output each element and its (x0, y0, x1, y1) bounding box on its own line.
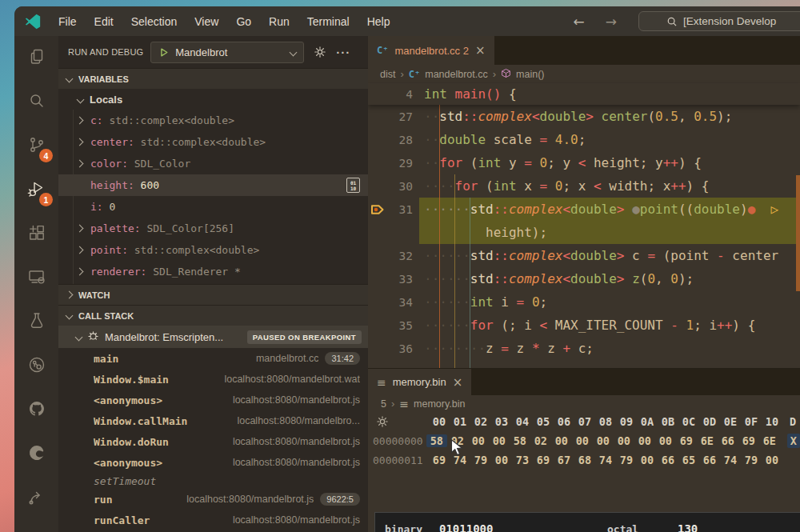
hex-byte[interactable]: 74 (720, 454, 741, 466)
code-line[interactable]: 33······std::complex<double> z(0, 0); (368, 267, 800, 290)
hex-byte[interactable]: 02 (447, 434, 468, 447)
hex-byte[interactable]: 00 (762, 454, 782, 466)
locals-scope-row[interactable]: Locals (58, 89, 368, 110)
hex-byte[interactable]: 00 (491, 454, 512, 466)
code-line[interactable]: 4int main() { (368, 83, 800, 105)
current-breakpoint-icon[interactable] (370, 203, 385, 214)
code-editor[interactable]: 27··std::complex<double> center(0.5, 0.5… (368, 105, 800, 368)
stack-frame[interactable]: runlocalhost:8080/mandelbrot.js9622:5 (58, 489, 368, 510)
code-line[interactable]: height); (368, 221, 800, 244)
hex-byte[interactable]: 69 (738, 434, 759, 447)
debug-session-row[interactable]: Mandelbrot: Emscripten... PAUSED ON BREA… (58, 326, 368, 348)
code-line[interactable]: 30····for (int x = 0; x < width; x++) { (368, 174, 800, 198)
hex-byte[interactable]: 66 (699, 454, 720, 466)
breadcrumb-file[interactable]: memory.bin (414, 398, 465, 410)
more-actions-button[interactable]: ··· (336, 46, 350, 59)
hex-byte[interactable]: 6E (759, 434, 780, 447)
hex-byte[interactable]: 67 (554, 454, 574, 466)
code-line[interactable]: 34······int i = 0; (368, 290, 800, 314)
stack-frame[interactable]: <anonymous>localhost:8080/mandelbrot.js (58, 452, 368, 473)
code-line[interactable]: 35······for (; i < MAX_ITER_COUNT - 1; i… (368, 314, 800, 337)
variable-row-c[interactable]: c: std::complex<double> (58, 110, 368, 131)
decoded-text[interactable] (790, 459, 796, 461)
hex-byte[interactable]: 79 (741, 454, 762, 466)
hex-byte[interactable]: 00 (614, 434, 634, 447)
back-button[interactable]: ← (563, 14, 595, 30)
variable-row-height[interactable]: height: 6000110 (58, 174, 368, 196)
stack-frame[interactable]: mainmandelbrot.cc31:42 (58, 348, 368, 369)
stack-frame[interactable]: Window.callMainlocalhost:8080/mandelbro.… (58, 410, 368, 431)
activity-testing[interactable] (14, 300, 58, 344)
code-line[interactable]: 31······std::complex<double> ●point((dou… (368, 198, 800, 221)
menu-help[interactable]: Help (358, 12, 399, 31)
hex-byte[interactable]: 66 (718, 434, 738, 447)
activity-run-and-debug[interactable]: 1 (14, 168, 58, 212)
sticky-scroll-line[interactable]: 4int main() { (368, 83, 800, 105)
code-line[interactable]: 27··std::complex<double> center(0.5, 0.5… (368, 105, 800, 128)
callstack-section-header[interactable]: CALL STACK (58, 305, 368, 326)
code-line[interactable]: 32······std::complex<double> c = (point … (368, 244, 800, 267)
hex-byte[interactable]: 74 (450, 454, 470, 466)
menu-view[interactable]: View (186, 12, 227, 31)
menu-selection[interactable]: Selection (122, 12, 186, 31)
close-icon[interactable]: × (475, 43, 486, 58)
hex-byte[interactable]: 00 (468, 434, 489, 447)
stack-frame[interactable]: runCallerlocalhost:8080/mandelbrot.js (58, 510, 368, 530)
activity-extensions[interactable] (14, 212, 58, 256)
hex-byte[interactable]: 69 (429, 454, 450, 466)
hex-byte[interactable]: 00 (489, 434, 510, 447)
editor-scrollbar[interactable] (796, 175, 800, 291)
hex-byte[interactable]: 69 (533, 454, 554, 466)
hex-byte[interactable]: 65 (678, 454, 699, 466)
activity-browser[interactable] (14, 432, 58, 476)
variable-row-point[interactable]: point: std::complex<double> (58, 239, 368, 261)
breadcrumb-folder[interactable]: dist (380, 69, 395, 80)
forward-button[interactable]: → (595, 14, 627, 30)
hex-byte[interactable]: 58 (426, 434, 447, 447)
close-icon[interactable]: × (453, 375, 463, 390)
hex-byte[interactable]: 58 (510, 434, 530, 447)
stack-frame[interactable]: setTimeout (58, 473, 368, 489)
menu-file[interactable]: File (50, 12, 86, 31)
hex-settings-button[interactable] (368, 415, 429, 428)
menu-go[interactable]: Go (227, 12, 260, 31)
code-line[interactable]: 28··double scale = 4.0; (368, 128, 800, 151)
menu-run[interactable]: Run (260, 12, 298, 31)
activity-structure[interactable] (14, 344, 58, 388)
tab-memory-bin[interactable]: ≡ memory.bin × (368, 369, 471, 395)
stack-frame[interactable]: <anonymous>localhost:8080/mandelbrot.js (58, 390, 368, 410)
view-binary-icon[interactable]: 0110 (346, 178, 360, 193)
hex-byte[interactable]: 6E (697, 434, 718, 447)
breadcrumb-file[interactable]: mandelbrot.cc (425, 69, 488, 80)
watch-section-header[interactable]: WATCH (58, 284, 368, 305)
variable-row-center[interactable]: center: std::complex<double> (58, 131, 368, 153)
breadcrumb-symbol[interactable]: main() (516, 69, 544, 80)
debug-settings-button[interactable] (311, 43, 329, 61)
variable-row-scale[interactable]: scale: 4 (58, 282, 368, 284)
variable-row-renderer[interactable]: renderer: SDL_Renderer * (58, 261, 368, 282)
hex-byte[interactable]: 66 (658, 454, 678, 466)
hex-byte[interactable]: 79 (616, 454, 637, 466)
hex-byte[interactable]: 00 (634, 434, 655, 447)
stack-frame[interactable]: Window.$mainlocalhost:8080/mandelbrot.wa… (58, 369, 368, 390)
hex-byte[interactable]: 68 (574, 454, 595, 466)
variables-section-header[interactable]: VARIABLES (58, 68, 368, 89)
hex-byte[interactable]: 02 (530, 434, 551, 447)
hex-byte[interactable]: 73 (512, 454, 533, 466)
activity-search[interactable] (14, 80, 58, 124)
code-line[interactable]: 36········z = z * z + c; (368, 337, 800, 360)
activity-remote-explorer[interactable] (14, 256, 58, 300)
variable-row-palette[interactable]: palette: SDL_Color[256] (58, 218, 368, 239)
variable-row-i[interactable]: i: 0 (58, 196, 368, 218)
activity-live-share[interactable] (14, 476, 58, 520)
stack-frame[interactable]: Window.doRunlocalhost:8080/mandelbrot.js (58, 431, 368, 452)
breadcrumb-prefix[interactable]: 5 (381, 398, 386, 410)
command-center-search[interactable]: [Extension Develop (638, 11, 800, 31)
hex-byte[interactable]: 69 (676, 434, 697, 447)
variable-row-color[interactable]: color: SDL_Color (58, 153, 368, 174)
decoded-text[interactable]: X (787, 434, 800, 448)
tab-mandelbrot-cc[interactable]: C⁺ mandelbrot.cc 2 × (368, 36, 494, 65)
hex-byte[interactable]: 00 (572, 434, 593, 447)
launch-config-dropdown[interactable]: Mandelbrot (150, 42, 304, 63)
hex-byte[interactable]: 00 (551, 434, 572, 447)
